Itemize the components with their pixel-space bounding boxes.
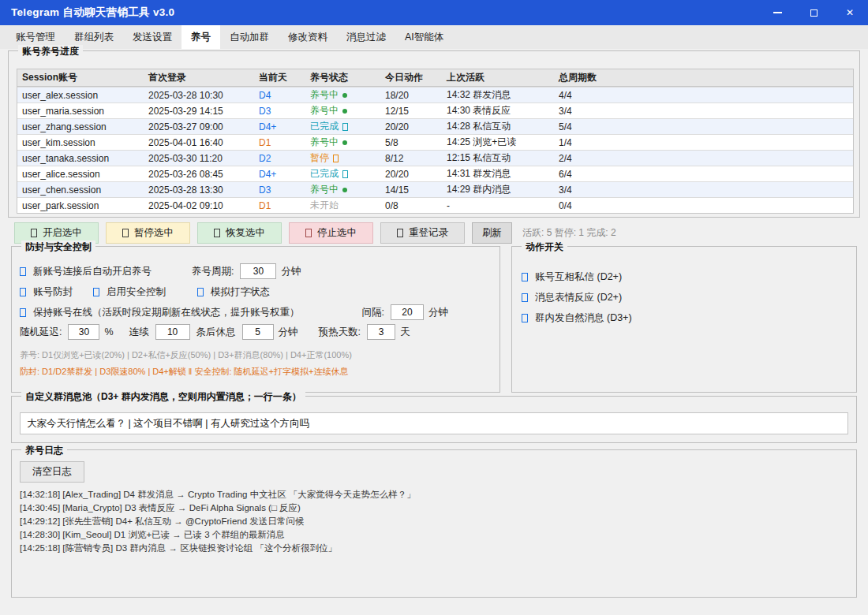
checkbox-account-antiblock[interactable]: 账号防封	[20, 285, 73, 299]
warmup-days-label: 预热天数:	[319, 326, 361, 339]
interval-minutes-input[interactable]	[391, 304, 424, 320]
cell-day: D4+	[254, 166, 305, 181]
cell-status: 养号中	[305, 88, 380, 102]
tab-message-filter[interactable]: 消息过滤	[337, 25, 395, 49]
random-delay-unit: %	[104, 326, 113, 337]
cycle-minutes-input[interactable]	[240, 263, 276, 279]
table-header-row: Session账号首次登录当前天养号状态今日动作上次活跃总周期数	[17, 69, 853, 87]
close-icon: ✕	[846, 8, 854, 17]
rest-minutes-input[interactable]	[242, 324, 274, 340]
checkbox-label: 新账号连接后自动开启养号	[33, 265, 152, 278]
table-row[interactable]: user_zhang.session2025-03-27 09:00D4+已完成…	[17, 118, 853, 134]
toolbar: 开启选中暂停选中恢复选中停止选中重登记录刷新 活跃: 5 暂停: 1 完成: 2	[14, 222, 860, 244]
status-active-dot-icon	[342, 140, 347, 145]
maximize-button[interactable]	[795, 0, 832, 25]
cell-today-actions: 12/15	[380, 103, 442, 118]
column-header: 首次登录	[144, 69, 254, 86]
clear-log-button[interactable]: 清空日志	[20, 461, 84, 483]
burst-count-input[interactable]	[155, 324, 190, 340]
button-glyph-icon	[305, 229, 312, 237]
tab-ai-agent[interactable]: AI智能体	[395, 25, 453, 49]
cycle-unit: 分钟	[281, 265, 301, 278]
cell-first-login: 2025-03-29 14:15	[144, 103, 254, 118]
tab-edit-profile[interactable]: 修改资料	[279, 25, 337, 49]
relogin-records-button[interactable]: 重登记录	[380, 222, 465, 244]
column-header: 养号状态	[305, 69, 380, 86]
cell-last-active: -	[442, 198, 554, 213]
message-pool-input[interactable]	[20, 412, 848, 434]
checkbox-icon	[522, 273, 528, 281]
minimize-button[interactable]	[759, 0, 795, 25]
table-row[interactable]: user_kim.session2025-04-01 16:40D1养号中5/8…	[17, 134, 853, 150]
cell-status: 已完成	[305, 166, 380, 181]
checkbox-typing-simulation[interactable]: 模拟打字状态	[197, 285, 270, 299]
checkbox-icon	[20, 267, 26, 276]
resume-selected-button[interactable]: 恢复选中	[197, 222, 282, 244]
checkbox-icon	[20, 288, 26, 296]
column-header: Session账号	[17, 69, 144, 86]
pause-selected-button[interactable]: 暂停选中	[106, 222, 190, 244]
interval-unit: 分钟	[428, 306, 448, 319]
close-button[interactable]: ✕	[832, 0, 868, 25]
cell-day: D3	[254, 103, 305, 118]
message-pool-title: 自定义群消息池（D3+ 群内发消息，空则用内置消息；一行一条）	[21, 390, 305, 404]
status-glyph-icon	[342, 123, 348, 131]
table-row[interactable]: user_alex.session2025-03-28 10:30D4养号中18…	[17, 87, 853, 102]
cell-first-login: 2025-03-28 13:30	[144, 182, 254, 197]
cell-total-cycles: 1/4	[554, 135, 853, 150]
checkbox-mutual-dm[interactable]: 账号互相私信 (D2+)	[522, 269, 622, 285]
table-row[interactable]: user_chen.session2025-03-28 13:30D3养号中14…	[17, 181, 853, 197]
warmup-days-unit: 天	[400, 326, 410, 339]
refresh-button[interactable]: 刷新	[472, 222, 512, 244]
checkbox-auto-start-warmup[interactable]: 新账号连接后自动开启养号	[20, 265, 192, 278]
cell-first-login: 2025-03-27 09:00	[144, 119, 254, 134]
table-row[interactable]: user_maria.session2025-03-29 14:15D3养号中1…	[17, 102, 853, 118]
checkbox-icon	[93, 288, 99, 296]
cell-last-active: 14:29 群内消息	[442, 182, 554, 197]
minimize-icon	[773, 12, 782, 13]
checkbox-emoji-reaction[interactable]: 消息表情反应 (D2+)	[522, 289, 622, 305]
cell-status: 未开始	[305, 198, 380, 213]
cell-last-active: 14:31 群发消息	[442, 166, 554, 181]
tab-auto-join-group[interactable]: 自动加群	[220, 25, 279, 49]
random-delay-label: 随机延迟:	[20, 326, 62, 339]
table-row[interactable]: user_alice.session2025-03-26 08:45D4+已完成…	[17, 166, 853, 181]
status-active-dot-icon	[342, 93, 347, 98]
cell-status: 养号中	[305, 135, 380, 150]
cell-status: 暂停	[305, 151, 380, 166]
safety-groupbox: 防封与安全控制 新账号连接后自动开启养号 养号周期: 分钟 账号防封启用安全控制…	[11, 246, 500, 393]
button-glyph-icon	[214, 229, 220, 237]
warmup-days-input[interactable]	[367, 324, 395, 340]
checkbox-natural-group-message[interactable]: 群内发自然消息 (D3+)	[522, 310, 632, 326]
cell-session: user_maria.session	[17, 103, 144, 118]
button-glyph-icon	[31, 229, 37, 237]
checkbox-icon	[20, 308, 26, 317]
table-row[interactable]: user_park.session2025-04-02 09:10D1未开始0/…	[17, 197, 853, 213]
checkbox-icon	[522, 314, 528, 322]
titlebar: Telegram 自动聊天营销工具 v3.0 ✕	[0, 0, 868, 25]
cell-session: user_tanaka.session	[17, 151, 144, 166]
cell-first-login: 2025-03-26 08:45	[144, 166, 254, 181]
tab-send-settings[interactable]: 发送设置	[123, 25, 181, 49]
cell-session: user_kim.session	[17, 135, 144, 150]
tab-warmup[interactable]: 养号	[181, 25, 220, 49]
cell-day: D4+	[254, 119, 305, 134]
cell-today-actions: 20/20	[380, 119, 442, 134]
progress-section-title: 账号养号进度	[18, 45, 83, 58]
status-active-dot-icon	[342, 109, 347, 114]
log-groupbox: 养号日志 清空日志 [14:32:18] [Alex_Trading] D4 群…	[11, 449, 857, 598]
window-controls: ✕	[759, 0, 868, 25]
cell-session: user_chen.session	[17, 182, 144, 197]
stop-selected-button[interactable]: 停止选中	[289, 222, 373, 244]
checkbox-keep-online[interactable]: 保持账号在线（活跃时段定期刷新在线状态，提升账号权重）	[20, 306, 300, 319]
table-row[interactable]: user_tanaka.session2025-03-30 11:20D2暂停8…	[17, 150, 853, 166]
column-header: 上次活跃	[442, 69, 554, 86]
random-delay-input[interactable]	[68, 324, 99, 340]
cell-last-active: 14:30 表情反应	[442, 103, 554, 118]
checkbox-safety-control[interactable]: 启用安全控制	[93, 285, 166, 299]
cell-status: 已完成	[305, 119, 380, 134]
log-entry: [14:30:45] [Maria_Crypto] D3 表情反应 → DeFi…	[20, 501, 848, 515]
log-entry: [14:25:18] [陈营销专员] D3 群内消息 → 区块链投资讨论组 「这…	[20, 542, 848, 555]
interval-label: 间隔:	[362, 306, 384, 319]
cell-today-actions: 0/8	[380, 198, 442, 213]
